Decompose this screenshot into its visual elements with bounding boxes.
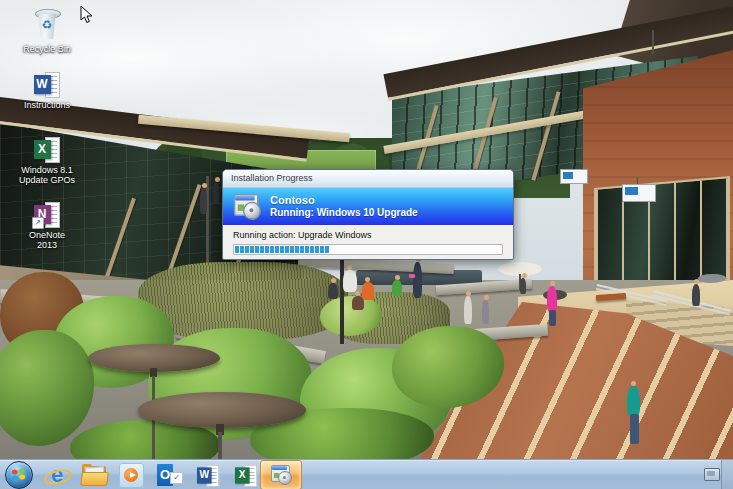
installer-icon bbox=[234, 194, 261, 220]
desktop-icon-windows-81-update-gpos[interactable]: Windows 8.1 Update GPOs bbox=[8, 137, 86, 185]
folder-icon bbox=[81, 464, 107, 486]
wallpaper-shape bbox=[560, 169, 588, 184]
wallpaper-shape bbox=[340, 258, 344, 344]
person bbox=[464, 296, 472, 324]
lamp-post bbox=[138, 392, 306, 428]
desktop-icon-onenote-2013[interactable]: OneNote 2013 bbox=[8, 202, 86, 250]
person bbox=[352, 296, 364, 310]
dialog-banner: Contoso Running: Windows 10 Upgrade bbox=[223, 188, 513, 225]
icon-label: Recycle Bin bbox=[23, 44, 71, 54]
progress-bar bbox=[233, 244, 503, 255]
installation-progress-dialog: Installation Progress Contoso Running: W… bbox=[222, 169, 514, 260]
person bbox=[213, 182, 219, 204]
installer-icon bbox=[271, 465, 292, 485]
desktop-icon-recycle-bin[interactable]: Recycle Bin bbox=[8, 5, 86, 54]
person bbox=[328, 283, 338, 299]
tray-network-icon[interactable] bbox=[704, 468, 720, 481]
person bbox=[413, 262, 422, 298]
person bbox=[200, 188, 207, 214]
icon-label: Instructions bbox=[24, 100, 70, 110]
person bbox=[547, 286, 557, 312]
taskbar-button-file-explorer[interactable] bbox=[79, 462, 109, 488]
taskbar-button-windows-media-player[interactable] bbox=[116, 462, 146, 488]
person bbox=[627, 386, 640, 416]
word-icon bbox=[197, 464, 220, 485]
person bbox=[692, 284, 700, 306]
wallpaper-shape bbox=[549, 310, 556, 326]
recycle-bin-icon bbox=[29, 5, 65, 41]
wallpaper-shape bbox=[622, 184, 656, 202]
word-document-icon bbox=[34, 72, 61, 97]
outlook-icon bbox=[157, 464, 183, 486]
person bbox=[343, 270, 357, 292]
person bbox=[520, 278, 526, 294]
person bbox=[362, 282, 374, 300]
dialog-titlebar[interactable]: Installation Progress bbox=[223, 170, 513, 188]
person bbox=[482, 300, 489, 324]
dialog-action-text: Running action: Upgrade Windows bbox=[233, 230, 372, 240]
dialog-app-name: Contoso bbox=[270, 194, 418, 207]
shortcut-arrow-icon bbox=[32, 217, 44, 229]
internet-explorer-icon: e bbox=[45, 463, 69, 487]
mouse-cursor bbox=[80, 5, 93, 24]
dialog-body: Running action: Upgrade Windows bbox=[223, 225, 513, 258]
windows-flag-icon bbox=[12, 468, 26, 481]
start-button[interactable] bbox=[5, 461, 33, 489]
taskbar-button-outlook[interactable] bbox=[155, 462, 185, 488]
excel-workbook-icon bbox=[34, 137, 61, 162]
icon-label: OneNote 2013 bbox=[29, 230, 65, 250]
media-player-icon bbox=[119, 463, 144, 488]
windows-desktop: { "desktop_icons": [ { "name": "recycle-… bbox=[0, 0, 733, 489]
wallpaper-shape bbox=[652, 30, 654, 54]
dialog-title: Installation Progress bbox=[231, 173, 313, 183]
show-desktop-button[interactable] bbox=[721, 460, 733, 489]
taskbar: e bbox=[0, 459, 733, 489]
icon-label: Windows 8.1 Update GPOs bbox=[19, 165, 75, 185]
dialog-status: Running: Windows 10 Upgrade bbox=[270, 207, 418, 219]
excel-icon bbox=[235, 464, 258, 485]
taskbar-button-installation-progress-active[interactable] bbox=[260, 460, 302, 489]
onenote-icon bbox=[34, 202, 61, 227]
progress-bar-fill bbox=[235, 246, 329, 253]
desktop-icon-instructions[interactable]: Instructions bbox=[8, 72, 86, 110]
taskbar-button-internet-explorer[interactable]: e bbox=[42, 462, 72, 488]
wallpaper-shape bbox=[630, 414, 639, 444]
taskbar-button-excel[interactable] bbox=[231, 462, 261, 488]
wallpaper-shape bbox=[409, 274, 415, 278]
taskbar-button-word[interactable] bbox=[193, 462, 223, 488]
person bbox=[392, 280, 402, 296]
